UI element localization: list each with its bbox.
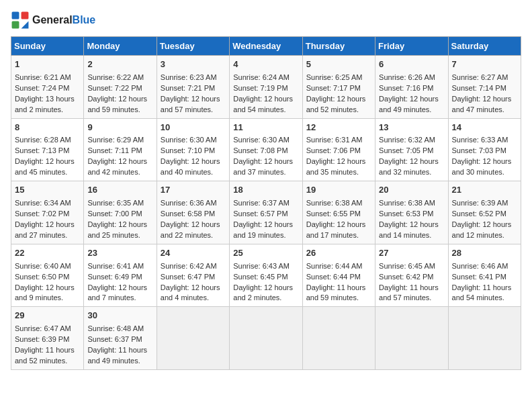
calendar-cell: 15Sunrise: 6:34 AMSunset: 7:02 PMDayligh… bbox=[11, 181, 84, 244]
calendar-cell bbox=[375, 307, 448, 370]
header-thursday: Thursday bbox=[302, 37, 375, 56]
day-number: 6 bbox=[379, 58, 444, 71]
calendar-cell: 20Sunrise: 6:38 AMSunset: 6:53 PMDayligh… bbox=[375, 181, 448, 244]
logo: GeneralBlue bbox=[11, 11, 95, 30]
day-number: 17 bbox=[161, 184, 226, 197]
calendar-cell: 25Sunrise: 6:43 AMSunset: 6:45 PMDayligh… bbox=[230, 244, 302, 307]
calendar-week-2: 8Sunrise: 6:28 AMSunset: 7:13 PMDaylight… bbox=[11, 118, 521, 181]
calendar-cell: 24Sunrise: 6:42 AMSunset: 6:47 PMDayligh… bbox=[157, 244, 229, 307]
calendar-cell: 12Sunrise: 6:31 AMSunset: 7:06 PMDayligh… bbox=[302, 118, 375, 181]
calendar-cell: 6Sunrise: 6:26 AMSunset: 7:16 PMDaylight… bbox=[375, 56, 448, 119]
calendar-week-1: 1Sunrise: 6:21 AMSunset: 7:24 PMDaylight… bbox=[11, 56, 521, 119]
calendar-cell bbox=[302, 307, 375, 370]
header-tuesday: Tuesday bbox=[157, 37, 229, 56]
calendar-cell: 26Sunrise: 6:44 AMSunset: 6:44 PMDayligh… bbox=[302, 244, 375, 307]
calendar-cell: 9Sunrise: 6:29 AMSunset: 7:11 PMDaylight… bbox=[84, 118, 157, 181]
calendar-header-row: SundayMondayTuesdayWednesdayThursdayFrid… bbox=[11, 37, 521, 56]
day-number: 12 bbox=[306, 122, 371, 134]
calendar-cell bbox=[230, 307, 302, 370]
day-number: 8 bbox=[15, 122, 80, 134]
calendar-cell: 2Sunrise: 6:22 AMSunset: 7:22 PMDaylight… bbox=[84, 56, 157, 119]
calendar-cell: 16Sunrise: 6:35 AMSunset: 7:00 PMDayligh… bbox=[84, 181, 157, 244]
calendar-cell: 29Sunrise: 6:47 AMSunset: 6:39 PMDayligh… bbox=[11, 307, 84, 370]
calendar-cell: 11Sunrise: 6:30 AMSunset: 7:08 PMDayligh… bbox=[230, 118, 302, 181]
page-header: GeneralBlue bbox=[11, 11, 521, 30]
day-number: 3 bbox=[161, 58, 226, 71]
calendar-cell: 7Sunrise: 6:27 AMSunset: 7:14 PMDaylight… bbox=[448, 56, 521, 119]
day-number: 25 bbox=[233, 247, 298, 260]
calendar-week-4: 22Sunrise: 6:40 AMSunset: 6:50 PMDayligh… bbox=[11, 244, 521, 307]
calendar-week-5: 29Sunrise: 6:47 AMSunset: 6:39 PMDayligh… bbox=[11, 307, 521, 370]
calendar-cell: 1Sunrise: 6:21 AMSunset: 7:24 PMDaylight… bbox=[11, 56, 84, 119]
day-number: 5 bbox=[306, 58, 371, 71]
day-number: 19 bbox=[306, 184, 371, 197]
day-number: 16 bbox=[87, 184, 152, 197]
calendar-cell bbox=[448, 307, 521, 370]
day-number: 20 bbox=[379, 184, 444, 197]
day-number: 26 bbox=[306, 247, 371, 260]
calendar-cell: 21Sunrise: 6:39 AMSunset: 6:52 PMDayligh… bbox=[448, 181, 521, 244]
day-number: 18 bbox=[233, 184, 298, 197]
day-number: 13 bbox=[379, 122, 444, 134]
logo-text: GeneralBlue bbox=[32, 14, 95, 26]
day-number: 28 bbox=[452, 247, 517, 260]
calendar-week-3: 15Sunrise: 6:34 AMSunset: 7:02 PMDayligh… bbox=[11, 181, 521, 244]
calendar-cell: 5Sunrise: 6:25 AMSunset: 7:17 PMDaylight… bbox=[302, 56, 375, 119]
day-number: 22 bbox=[15, 247, 80, 260]
day-number: 21 bbox=[452, 184, 517, 197]
calendar-cell bbox=[157, 307, 229, 370]
day-number: 15 bbox=[15, 184, 80, 197]
day-number: 11 bbox=[233, 122, 298, 134]
day-number: 1 bbox=[15, 58, 80, 71]
day-number: 10 bbox=[161, 122, 226, 134]
calendar-cell: 18Sunrise: 6:37 AMSunset: 6:57 PMDayligh… bbox=[230, 181, 302, 244]
day-number: 14 bbox=[452, 122, 517, 134]
header-sunday: Sunday bbox=[11, 37, 84, 56]
day-number: 7 bbox=[452, 58, 517, 71]
calendar-cell: 4Sunrise: 6:24 AMSunset: 7:19 PMDaylight… bbox=[230, 56, 302, 119]
svg-marker-3 bbox=[21, 21, 29, 29]
day-number: 24 bbox=[161, 247, 226, 260]
calendar-cell: 8Sunrise: 6:28 AMSunset: 7:13 PMDaylight… bbox=[11, 118, 84, 181]
calendar-cell: 28Sunrise: 6:46 AMSunset: 6:41 PMDayligh… bbox=[448, 244, 521, 307]
day-number: 9 bbox=[87, 122, 152, 134]
calendar-cell: 19Sunrise: 6:38 AMSunset: 6:55 PMDayligh… bbox=[302, 181, 375, 244]
svg-rect-0 bbox=[12, 12, 19, 19]
calendar-cell: 23Sunrise: 6:41 AMSunset: 6:49 PMDayligh… bbox=[84, 244, 157, 307]
day-number: 23 bbox=[87, 247, 152, 260]
header-friday: Friday bbox=[375, 37, 448, 56]
calendar-cell: 10Sunrise: 6:30 AMSunset: 7:10 PMDayligh… bbox=[157, 118, 229, 181]
calendar-cell: 27Sunrise: 6:45 AMSunset: 6:42 PMDayligh… bbox=[375, 244, 448, 307]
calendar-cell: 30Sunrise: 6:48 AMSunset: 6:37 PMDayligh… bbox=[84, 307, 157, 370]
calendar-cell: 17Sunrise: 6:36 AMSunset: 6:58 PMDayligh… bbox=[157, 181, 229, 244]
svg-rect-1 bbox=[21, 12, 29, 19]
day-number: 27 bbox=[379, 247, 444, 260]
day-number: 2 bbox=[87, 58, 152, 71]
calendar-cell: 13Sunrise: 6:32 AMSunset: 7:05 PMDayligh… bbox=[375, 118, 448, 181]
day-number: 4 bbox=[233, 58, 298, 71]
header-monday: Monday bbox=[84, 37, 157, 56]
calendar-cell: 14Sunrise: 6:33 AMSunset: 7:03 PMDayligh… bbox=[448, 118, 521, 181]
logo-icon bbox=[11, 11, 30, 30]
calendar-table: SundayMondayTuesdayWednesdayThursdayFrid… bbox=[11, 36, 521, 370]
day-number: 30 bbox=[87, 310, 152, 322]
header-wednesday: Wednesday bbox=[230, 37, 302, 56]
calendar-cell: 22Sunrise: 6:40 AMSunset: 6:50 PMDayligh… bbox=[11, 244, 84, 307]
day-number: 29 bbox=[15, 310, 80, 322]
svg-rect-2 bbox=[12, 21, 19, 29]
header-saturday: Saturday bbox=[448, 37, 521, 56]
calendar-cell: 3Sunrise: 6:23 AMSunset: 7:21 PMDaylight… bbox=[157, 56, 229, 119]
